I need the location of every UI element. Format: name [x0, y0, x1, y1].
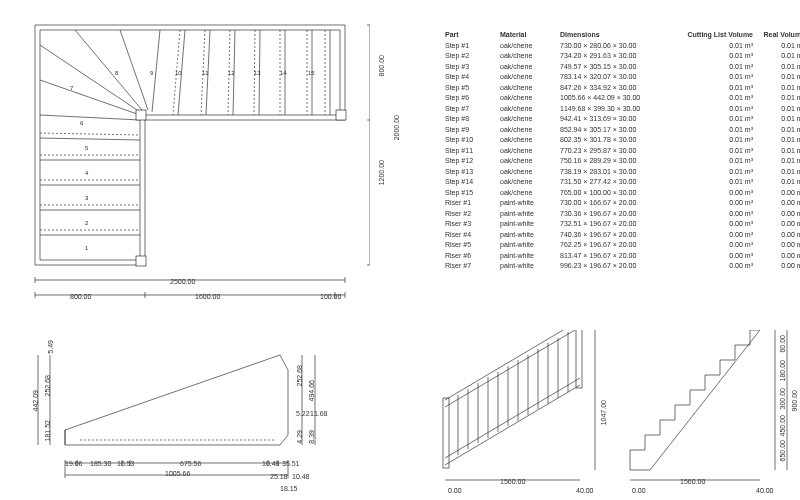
cell-rv: 0.00 m³ — [753, 261, 800, 272]
svg-line-77 — [445, 385, 580, 465]
page: 123 456 789 101112 131415 — [0, 0, 800, 500]
rail-h: 1047.00 — [600, 400, 607, 425]
cell-part: Step #3 — [445, 62, 500, 73]
cell-cv: 0.01 m³ — [675, 83, 753, 94]
cell-part: Step #1 — [445, 41, 500, 52]
cell-cv: 0.00 m³ — [675, 261, 753, 272]
cell-rv: 0.00 m³ — [753, 198, 800, 209]
rail-x0: 0.00 — [448, 487, 462, 494]
rail-len: 1560.00 — [500, 478, 525, 485]
cell-rv: 0.01 m³ — [753, 51, 800, 62]
elev-lt: 5.49 — [47, 340, 54, 354]
cell-cv: 0.00 m³ — [675, 230, 753, 241]
cell-dim: 847.26 × 334.92 × 30.00 — [560, 83, 675, 94]
cell-part: Step #14 — [445, 177, 500, 188]
cell-dim: 1149.68 × 399.30 × 30.00 — [560, 104, 675, 115]
table-row: Step #10oak/chene802.35 × 301.78 × 30.00… — [445, 135, 800, 146]
cell-part: Riser #4 — [445, 230, 500, 241]
cell-material: oak/chene — [500, 83, 560, 94]
string-x0: 0.00 — [632, 487, 646, 494]
dim-w-b: 1600.00 — [195, 293, 220, 300]
svg-text:14: 14 — [280, 70, 287, 76]
cell-dim: 738.19 × 283.01 × 30.00 — [560, 167, 675, 178]
svg-rect-82 — [576, 330, 582, 388]
cell-part: Step #2 — [445, 51, 500, 62]
dim-h-total: 2000.00 — [393, 115, 400, 140]
elev-bot1: 10.48 — [292, 473, 310, 480]
cutting-list-table: Part Material Dimensions Cutting List Vo… — [445, 30, 800, 272]
svg-line-7 — [40, 45, 140, 112]
table-row: Riser #6paint-white813.47 × 196.67 × 20.… — [445, 251, 800, 262]
cell-dim: 732.51 × 196.67 × 20.00 — [560, 219, 675, 230]
cell-cv: 0.00 m³ — [675, 188, 753, 199]
elev-h1: 252.68 — [44, 375, 51, 396]
cell-dim: 783.14 × 320.07 × 30.00 — [560, 72, 675, 83]
svg-line-8 — [75, 30, 142, 110]
table-row: Step #15oak/chene765.00 × 100.00 × 30.00… — [445, 188, 800, 199]
svg-text:8: 8 — [115, 70, 119, 76]
cell-rv: 0.01 m³ — [753, 104, 800, 115]
elev-bot2: 18.15 — [280, 485, 298, 492]
cell-dim: 730.36 × 196.67 × 20.00 — [560, 209, 675, 220]
cell-dim: 942.41 × 313.69 × 30.00 — [560, 114, 675, 125]
cell-dim: 996.23 × 196.67 × 20.00 — [560, 261, 675, 272]
svg-text:6: 6 — [80, 120, 84, 126]
cell-material: oak/chene — [500, 188, 560, 199]
cell-cv: 0.01 m³ — [675, 114, 753, 125]
cell-rv: 0.01 m³ — [753, 146, 800, 157]
elev-h3: 181.52 — [44, 420, 51, 441]
elev-r2: 5.22 — [296, 410, 310, 417]
cell-material: oak/chene — [500, 167, 560, 178]
cell-material: oak/chene — [500, 72, 560, 83]
cell-part: Riser #6 — [445, 251, 500, 262]
string-y3: 300.00 — [779, 388, 786, 409]
cell-rv: 0.01 m³ — [753, 135, 800, 146]
cell-part: Riser #5 — [445, 240, 500, 251]
elev-bot0: 25.18 — [270, 473, 288, 480]
hdr-part: Part — [445, 30, 500, 41]
cell-part: Riser #1 — [445, 198, 500, 209]
svg-text:7: 7 — [70, 85, 74, 91]
table-row: Riser #3paint-white732.51 × 196.67 × 20.… — [445, 219, 800, 230]
elev-seg3: 675.56 — [180, 460, 201, 467]
cell-material: paint-white — [500, 198, 560, 209]
table-row: Step #3oak/chene749.57 × 305.15 × 30.000… — [445, 62, 800, 73]
table-row: Step #7oak/chene1149.68 × 399.30 × 30.00… — [445, 104, 800, 115]
dim-w-c: 100.00 — [320, 293, 341, 300]
cell-cv: 0.01 m³ — [675, 146, 753, 157]
cell-part: Step #6 — [445, 93, 500, 104]
cell-dim: 762.25 × 196.67 × 20.00 — [560, 240, 675, 251]
cell-part: Riser #3 — [445, 219, 500, 230]
hdr-dim: Dimensions — [560, 30, 675, 41]
cell-part: Step #13 — [445, 167, 500, 178]
string-y4: 450.00 — [779, 415, 786, 436]
svg-text:3: 3 — [85, 195, 89, 201]
table-header: Part Material Dimensions Cutting List Vo… — [445, 30, 800, 41]
cell-rv: 0.01 m³ — [753, 156, 800, 167]
cell-cv: 0.00 m³ — [675, 219, 753, 230]
cell-material: oak/chene — [500, 51, 560, 62]
cell-dim: 1005.66 × 442.09 × 30.00 — [560, 93, 675, 104]
elev-seg0: 19.06 — [65, 460, 83, 467]
elev-seg5: 35.51 — [282, 460, 300, 467]
cell-rv: 0.00 m³ — [753, 219, 800, 230]
svg-rect-31 — [136, 256, 146, 266]
cell-dim: 740.36 × 196.67 × 20.00 — [560, 230, 675, 241]
cell-rv: 0.01 m³ — [753, 83, 800, 94]
cell-rv: 0.00 m³ — [753, 240, 800, 251]
table-row: Step #4oak/chene783.14 × 320.07 × 30.000… — [445, 72, 800, 83]
cell-part: Step #5 — [445, 83, 500, 94]
elev-r1: 494.66 — [308, 380, 315, 401]
cell-material: oak/chene — [500, 125, 560, 136]
table-row: Riser #4paint-white740.36 × 196.67 × 20.… — [445, 230, 800, 241]
cell-part: Step #10 — [445, 135, 500, 146]
dim-w-total: 2500.00 — [170, 278, 195, 285]
cell-dim: 770.23 × 295.87 × 30.00 — [560, 146, 675, 157]
elev-h2: 442.09 — [32, 390, 39, 411]
cell-material: oak/chene — [500, 177, 560, 188]
svg-text:5: 5 — [85, 145, 89, 151]
elev-r3: 11.68 — [310, 410, 328, 417]
hdr-rv: Real Volume — [753, 30, 800, 41]
svg-text:12: 12 — [228, 70, 235, 76]
cell-material: oak/chene — [500, 104, 560, 115]
